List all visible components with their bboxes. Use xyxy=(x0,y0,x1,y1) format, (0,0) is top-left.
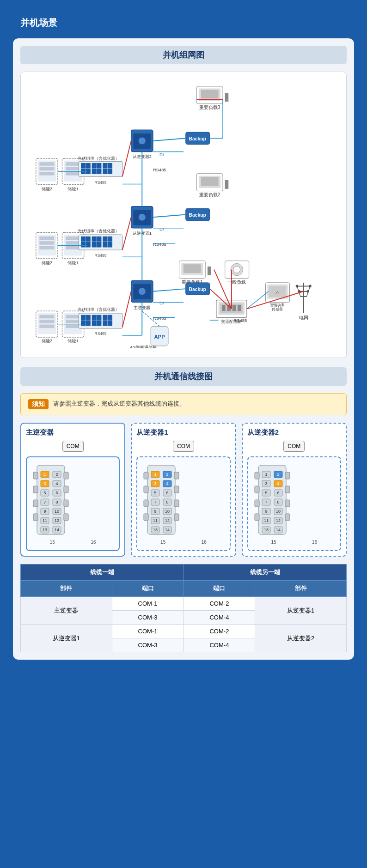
svg-point-7 xyxy=(139,137,146,144)
part-b-1: 从逆变器1 xyxy=(255,597,347,625)
master-pin-svg: 1 2 3 4 5 6 xyxy=(32,463,69,537)
part-a-3: 从逆变器1 xyxy=(21,625,112,652)
svg-text:14: 14 xyxy=(55,528,59,532)
svg-rect-72 xyxy=(184,264,201,273)
svg-text:8: 8 xyxy=(166,500,169,504)
svg-text:14: 14 xyxy=(165,528,170,532)
storage2-2: 储能2 xyxy=(36,232,58,265)
svg-text:12: 12 xyxy=(55,518,59,523)
slave2-inverter-title: 从逆变器2 xyxy=(247,428,341,437)
grid-tower: 电网 xyxy=(296,283,312,320)
port-a-2: COM-3 xyxy=(112,611,184,625)
table-header-right: 线缆另一端 xyxy=(184,565,347,581)
svg-rect-20 xyxy=(66,167,80,171)
svg-point-103 xyxy=(306,290,309,293)
svg-text:Backup: Backup xyxy=(189,212,206,218)
section1-title: 并机组网图 xyxy=(20,46,347,64)
notice-box: 须知 请参照主逆变器，完成从逆变器其他线缆的连接。 xyxy=(20,393,347,415)
svg-text:2: 2 xyxy=(277,472,279,477)
svg-text:光伏组串（含优化器）: 光伏组串（含优化器） xyxy=(78,307,119,312)
svg-rect-249 xyxy=(174,472,179,479)
svg-text:7: 7 xyxy=(43,500,46,504)
svg-rect-85 xyxy=(238,305,241,311)
svg-text:RS485: RS485 xyxy=(95,180,107,185)
svg-rect-210 xyxy=(33,500,38,507)
rs485-label2: RS485 xyxy=(153,242,166,247)
svg-text:3: 3 xyxy=(154,481,157,486)
svg-text:5: 5 xyxy=(265,491,267,495)
svg-text:Backup: Backup xyxy=(189,287,206,292)
port-b-1: COM-2 xyxy=(184,597,255,611)
svg-rect-248 xyxy=(144,514,148,521)
part-b-3: 从逆变器2 xyxy=(255,625,347,652)
svg-text:11: 11 xyxy=(153,518,158,523)
svg-text:8: 8 xyxy=(55,500,58,504)
svg-text:10: 10 xyxy=(55,509,59,514)
svg-text:储能1: 储能1 xyxy=(67,260,78,265)
svg-rect-54 xyxy=(66,237,80,240)
svg-text:储能2: 储能2 xyxy=(42,186,52,191)
svg-rect-13 xyxy=(39,162,54,166)
svg-rect-21 xyxy=(66,172,80,176)
svg-text:4G智能通信棒: 4G智能通信棒 xyxy=(130,345,157,348)
svg-rect-284 xyxy=(255,500,259,507)
svg-rect-209 xyxy=(33,486,38,493)
di-label1: DI xyxy=(159,152,164,157)
inverter-boxes-container: 主逆变器 COM xyxy=(20,423,347,557)
slave1-pin-svg: 1 2 3 4 5 6 xyxy=(143,463,180,537)
svg-text:11: 11 xyxy=(43,518,47,523)
svg-text:传感器: 传感器 xyxy=(272,307,283,311)
master-inverter-title: 主逆变器 xyxy=(26,428,120,437)
svg-rect-73 xyxy=(208,267,211,275)
svg-rect-121 xyxy=(66,325,80,328)
svg-text:智能功率: 智能功率 xyxy=(270,303,285,307)
svg-rect-120 xyxy=(66,320,80,323)
svg-text:8: 8 xyxy=(277,500,279,504)
svg-point-42 xyxy=(139,214,146,221)
port-a-4: COM-3 xyxy=(112,638,184,652)
svg-rect-2 xyxy=(201,90,219,98)
svg-rect-82 xyxy=(222,305,226,311)
svg-line-177 xyxy=(122,291,131,327)
svg-text:3: 3 xyxy=(265,481,267,486)
svg-text:APP: APP xyxy=(154,334,165,340)
svg-rect-48 xyxy=(39,237,54,240)
table-row: 主逆变器 COM-1 COM-2 从逆变器1 xyxy=(21,597,347,611)
svg-text:2: 2 xyxy=(166,472,169,477)
col-port-b: 端口 xyxy=(184,581,255,597)
col-part-a: 部件 xyxy=(21,581,112,597)
backup2: Backup xyxy=(186,208,210,220)
svg-text:6: 6 xyxy=(277,491,279,495)
svg-text:9: 9 xyxy=(154,509,157,514)
svg-rect-289 xyxy=(285,514,290,521)
svg-text:4: 4 xyxy=(166,481,169,486)
network-diagram-svg: 重要负载3 从逆变器2 Backup xyxy=(26,78,341,348)
di-label2: DI xyxy=(159,226,164,231)
svg-rect-283 xyxy=(255,486,259,493)
svg-text:13: 13 xyxy=(153,528,158,532)
col-port-a: 端口 xyxy=(112,581,184,597)
svg-point-107 xyxy=(139,288,146,295)
svg-rect-84 xyxy=(232,305,236,311)
table-header-left: 线缆一端 xyxy=(21,565,184,581)
svg-rect-15 xyxy=(39,172,54,176)
content-area: 并机组网图 重要负载3 xyxy=(13,38,354,660)
svg-rect-211 xyxy=(33,514,38,521)
section2-title: 并机通信线接图 xyxy=(20,367,347,386)
svg-rect-115 xyxy=(39,325,54,328)
svg-rect-251 xyxy=(174,500,179,507)
main-container: 并机场景 并机组网图 重要负载3 xyxy=(7,7,360,665)
port-b-3: COM-2 xyxy=(184,625,255,638)
svg-point-100 xyxy=(296,285,299,288)
svg-text:9: 9 xyxy=(265,509,267,514)
part-a-1: 主逆变器 xyxy=(21,597,112,625)
important-load2: 重要负载2 xyxy=(196,174,228,197)
pv-string1: 光伏组串（含优化器） RS485 xyxy=(78,156,122,185)
storage2-1: 储能2 xyxy=(36,158,58,191)
rs485-label3: RS485 xyxy=(153,316,166,321)
svg-point-101 xyxy=(309,285,312,288)
page-title: 并机场景 xyxy=(13,13,65,33)
port-b-4: COM-4 xyxy=(184,638,255,652)
svg-text:4: 4 xyxy=(277,481,279,486)
svg-rect-37 xyxy=(201,177,219,186)
